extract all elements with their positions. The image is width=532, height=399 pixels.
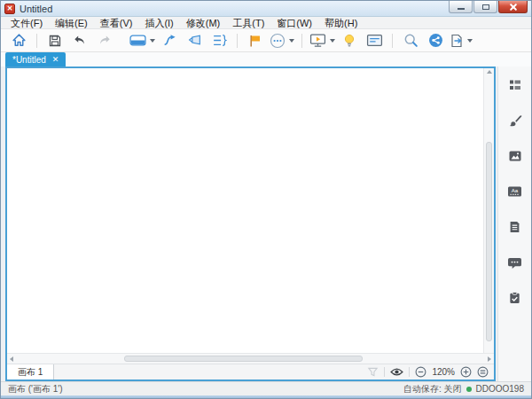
canvas-row	[7, 68, 494, 353]
main-area: 画布 1 120%	[1, 66, 531, 381]
home-button[interactable]	[8, 31, 29, 51]
topic-icon	[129, 34, 146, 47]
task-panel-button[interactable]	[505, 290, 525, 306]
undo-icon	[73, 34, 87, 48]
zoom-out-icon[interactable]	[415, 366, 426, 378]
scroll-right-arrow-icon[interactable]	[488, 356, 491, 362]
canvas-page-tab[interactable]: 画布 1	[7, 364, 54, 379]
callout-button[interactable]	[184, 31, 205, 51]
relationship-icon	[162, 33, 177, 48]
pagebar-separator	[409, 367, 410, 377]
redo-icon	[98, 34, 112, 48]
filter-icon[interactable]	[367, 366, 379, 378]
more-markers-button[interactable]	[270, 31, 294, 51]
window-title: Untitled	[20, 4, 52, 14]
menu-window[interactable]: 窗口(W)	[270, 17, 318, 29]
save-icon	[48, 34, 62, 48]
scroll-up-arrow-icon[interactable]	[487, 70, 492, 74]
preview-eye-icon[interactable]	[390, 367, 403, 377]
insert-topic-button[interactable]	[129, 31, 155, 51]
status-bar: 画布 ('画布 1') 自动保存: 关闭 DDOOO198	[1, 381, 531, 395]
horizontal-scrollbar[interactable]	[7, 353, 494, 364]
close-icon	[509, 3, 518, 12]
minimize-button[interactable]	[449, 1, 473, 13]
tab-close-icon[interactable]: ✕	[52, 55, 59, 64]
menu-file[interactable]: 文件(F)	[4, 17, 49, 29]
page-bar: 画布 1 120%	[7, 364, 494, 379]
redo-button[interactable]	[94, 31, 115, 51]
flag-marker-button[interactable]	[245, 31, 266, 51]
idea-bulb-button[interactable]	[339, 31, 360, 51]
vertical-scrollbar[interactable]	[483, 68, 494, 353]
menu-modify[interactable]: 修改(M)	[180, 17, 227, 29]
autosave-status: 自动保存: 关闭	[403, 383, 462, 395]
outline-panel-button[interactable]	[505, 77, 525, 93]
menu-view[interactable]: 查看(V)	[94, 17, 139, 29]
comment-icon	[507, 256, 522, 270]
relationship-button[interactable]	[159, 31, 180, 51]
format-brush-icon	[508, 113, 522, 128]
summary-button[interactable]	[208, 31, 230, 51]
share-icon	[428, 33, 443, 48]
task-clipboard-icon	[508, 291, 521, 305]
brand-watermark: DDOOO198	[476, 384, 524, 394]
save-button[interactable]	[44, 31, 66, 51]
autosave-dot-icon	[466, 387, 472, 392]
zoom-level-value: 120%	[432, 367, 455, 377]
vertical-scrollbar-thumb[interactable]	[486, 142, 492, 341]
toolbar-separator	[36, 34, 37, 48]
outline-icon	[508, 78, 522, 92]
maximize-icon	[482, 4, 489, 10]
dropdown-arrow-icon	[467, 39, 473, 43]
dropdown-arrow-icon	[289, 39, 294, 43]
document-tab-untitled[interactable]: *Untitled ✕	[5, 52, 66, 66]
horizontal-scrollbar-thumb[interactable]	[124, 356, 363, 362]
main-toolbar	[1, 29, 531, 52]
callout-icon	[187, 33, 202, 48]
close-button[interactable]	[498, 1, 528, 13]
window-controls	[449, 1, 528, 13]
presentation-button[interactable]	[309, 31, 335, 51]
flag-icon	[248, 34, 262, 48]
right-sidebar: Aa	[497, 66, 531, 381]
minimize-icon	[458, 8, 465, 10]
drawing-canvas[interactable]	[7, 68, 483, 353]
font-panel-button[interactable]: Aa	[505, 184, 525, 200]
document-frame: 画布 1 120%	[5, 66, 496, 381]
menu-help[interactable]: 帮助(H)	[318, 17, 364, 29]
font-icon-label: Aa	[512, 187, 519, 193]
presentation-icon	[309, 33, 326, 48]
font-icon: Aa	[507, 184, 522, 199]
maximize-button[interactable]	[473, 1, 497, 13]
note-panel-button[interactable]	[505, 219, 525, 235]
fit-zoom-icon[interactable]	[477, 366, 489, 378]
status-canvas-label: 画布 ('画布 1')	[8, 383, 63, 395]
note-icon	[508, 220, 521, 234]
toolbar-separator	[237, 34, 238, 48]
slides-button[interactable]	[364, 31, 385, 51]
comment-panel-button[interactable]	[505, 254, 525, 270]
pagebar-separator	[384, 367, 385, 377]
export-button[interactable]	[450, 31, 473, 51]
dropdown-arrow-icon	[150, 39, 155, 43]
undo-button[interactable]	[69, 31, 90, 51]
zoom-in-icon[interactable]	[460, 366, 472, 378]
share-button[interactable]	[425, 31, 446, 51]
format-panel-button[interactable]	[505, 113, 525, 129]
app-window: ✕ Untitled 文件(F) 编辑(E) 查看(V) 插入(I) 修改(M)…	[0, 0, 532, 399]
ellipsis-circle-icon	[270, 33, 286, 49]
window-bottom-frame	[1, 395, 531, 398]
home-icon	[12, 33, 27, 48]
menu-tools[interactable]: 工具(T)	[226, 17, 270, 29]
menu-edit[interactable]: 编辑(E)	[49, 17, 94, 29]
scroll-left-arrow-icon[interactable]	[10, 356, 13, 362]
image-icon	[508, 149, 522, 163]
menu-insert[interactable]: 插入(I)	[138, 17, 179, 29]
document-tab-label: *Untitled	[12, 55, 46, 65]
slides-icon	[366, 34, 383, 47]
summary-icon	[212, 33, 227, 48]
toolbar-separator	[301, 34, 302, 48]
clipart-panel-button[interactable]	[505, 148, 525, 164]
search-button[interactable]	[400, 31, 421, 51]
toolbar-separator	[392, 34, 393, 48]
